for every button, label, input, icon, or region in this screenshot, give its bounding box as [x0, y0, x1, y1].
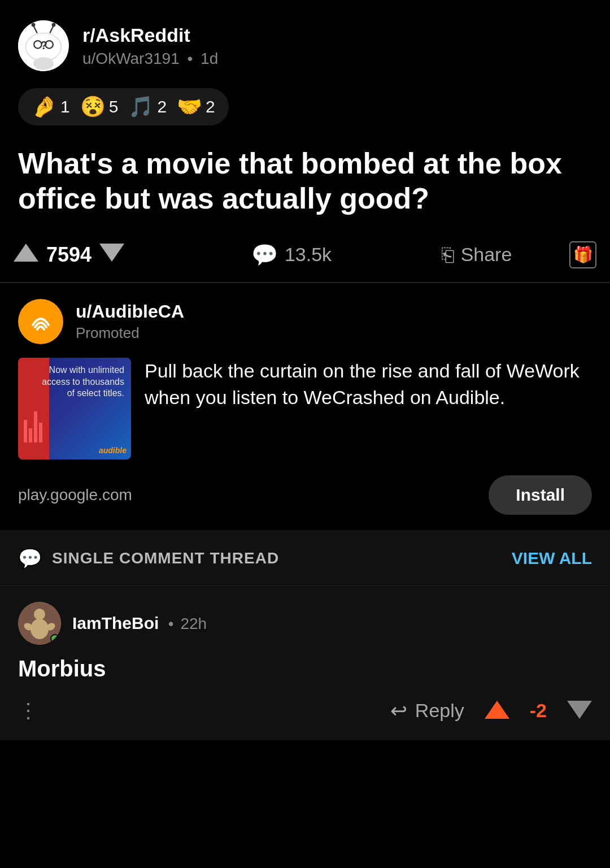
- post-username[interactable]: u/OkWar3191: [82, 50, 180, 67]
- more-options-button[interactable]: ⋮: [18, 699, 38, 723]
- award-item: 🎵 2: [128, 95, 167, 119]
- share-icon: ⎗: [442, 243, 454, 267]
- post-user-time: u/OkWar3191 • 1d: [82, 50, 218, 68]
- subreddit-avatar[interactable]: ?: [18, 20, 69, 71]
- upvote-count: 7594: [46, 243, 91, 267]
- audible-avatar[interactable]: [18, 299, 63, 344]
- upvote-button[interactable]: [14, 242, 38, 267]
- reply-arrow-icon: ↩: [390, 699, 407, 723]
- ad-body-text: Pull back the curtain on the rise and fa…: [145, 358, 592, 459]
- ad-url: play.google.com: [18, 486, 132, 504]
- thumbnail-chart: [24, 411, 42, 442]
- post-title: What's a movie that bombed at the box of…: [0, 137, 610, 232]
- reply-button[interactable]: ↩ Reply: [390, 699, 464, 723]
- comment-actions: ⋮ ↩ Reply -2: [18, 697, 592, 724]
- award-item: 🤝 2: [177, 95, 215, 119]
- comment-score: -2: [530, 700, 547, 722]
- comment: IamTheBoi • 22h Morbius ⋮ ↩ Reply -2: [18, 602, 592, 724]
- install-button[interactable]: Install: [489, 475, 592, 515]
- comment-header: IamTheBoi • 22h: [18, 602, 592, 645]
- award-emoji-1: 🤌: [32, 95, 57, 119]
- gift-button[interactable]: 🎁: [569, 241, 596, 268]
- reply-label: Reply: [415, 700, 464, 722]
- award-emoji-3: 🎵: [128, 95, 154, 119]
- ad-meta: u/AudibleCA Promoted: [76, 301, 184, 342]
- svg-point-9: [33, 57, 54, 70]
- ad-footer: play.google.com Install: [18, 475, 592, 515]
- ad-username[interactable]: u/AudibleCA: [76, 301, 184, 322]
- awards-bar: 🤌 1 😵 5 🎵 2 🤝 2: [18, 88, 229, 125]
- thumbnail-text2: access to thousands: [42, 376, 124, 388]
- comment-bubble-icon: 💬: [251, 242, 278, 267]
- comment-count: 13.5k: [285, 244, 332, 266]
- post-header: ? r/AskReddit u/OkWar3191 • 1d: [0, 0, 610, 83]
- svg-point-8: [52, 23, 56, 27]
- award-count-4: 2: [206, 97, 215, 116]
- comment-downvote-button[interactable]: [567, 697, 592, 724]
- thumbnail-text1: Now with unlimited: [42, 364, 124, 376]
- comments-button[interactable]: 💬 13.5k: [199, 242, 384, 267]
- svg-text:?: ?: [40, 39, 47, 51]
- ad-content: Now with unlimited access to thousands o…: [18, 358, 592, 459]
- award-item: 🤌 1: [32, 95, 70, 119]
- post-actions: 7594 💬 13.5k ⎗ Share 🎁: [0, 232, 610, 283]
- share-button[interactable]: ⎗ Share: [384, 243, 569, 267]
- subreddit-name[interactable]: r/AskReddit: [82, 24, 218, 46]
- award-item: 😵 5: [80, 95, 119, 119]
- svg-point-13: [30, 619, 49, 639]
- vote-group: 7594: [14, 242, 199, 267]
- award-count-1: 1: [60, 97, 70, 116]
- comment-username[interactable]: IamTheBoi: [72, 614, 159, 632]
- comment-thread-bar: 💬 SINGLE COMMENT THREAD VIEW ALL: [0, 531, 610, 586]
- downvote-button[interactable]: [99, 242, 124, 267]
- ad-thumbnail: Now with unlimited access to thousands o…: [18, 358, 131, 459]
- comment-section: IamTheBoi • 22h Morbius ⋮ ↩ Reply -2: [0, 586, 610, 740]
- award-emoji-2: 😵: [80, 95, 106, 119]
- post-time: 1d: [201, 50, 218, 67]
- thread-label-group: 💬 SINGLE COMMENT THREAD: [18, 547, 279, 570]
- svg-point-12: [34, 609, 45, 620]
- ad-promoted-label: Promoted: [76, 324, 184, 342]
- audible-logo-text: audible: [99, 446, 127, 455]
- ad-section: u/AudibleCA Promoted Now with unlimited …: [0, 283, 610, 531]
- online-status-dot: [50, 634, 59, 643]
- comment-user-info: IamTheBoi • 22h: [72, 614, 207, 633]
- award-emoji-4: 🤝: [177, 95, 202, 119]
- award-count-3: 2: [157, 97, 167, 116]
- svg-point-6: [32, 23, 36, 27]
- comment-thread-icon: 💬: [18, 547, 42, 570]
- share-label: Share: [461, 244, 512, 266]
- comment-upvote-button[interactable]: [485, 697, 509, 724]
- gift-icon: 🎁: [569, 241, 596, 268]
- award-count-2: 5: [109, 97, 119, 116]
- ad-header: u/AudibleCA Promoted: [18, 299, 592, 344]
- view-all-button[interactable]: VIEW ALL: [512, 549, 592, 568]
- thumbnail-text3: of select titles.: [42, 388, 124, 400]
- comment-body: Morbius: [18, 656, 592, 682]
- thread-label: SINGLE COMMENT THREAD: [52, 549, 279, 567]
- comment-time: • 22h: [166, 615, 207, 632]
- comment-avatar[interactable]: [18, 602, 61, 645]
- post-meta: r/AskReddit u/OkWar3191 • 1d: [82, 24, 218, 68]
